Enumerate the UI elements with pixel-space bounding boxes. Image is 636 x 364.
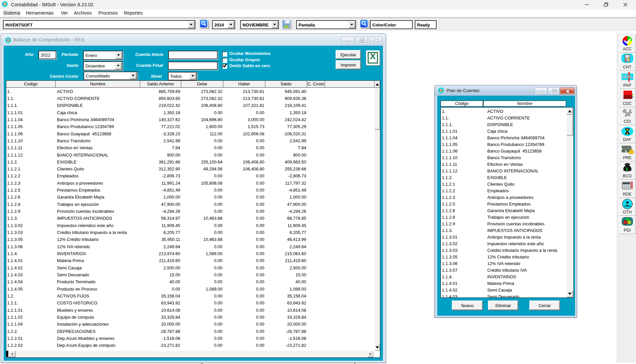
svg-text:$: $ [626, 166, 628, 171]
svg-text:$: $ [625, 150, 627, 153]
